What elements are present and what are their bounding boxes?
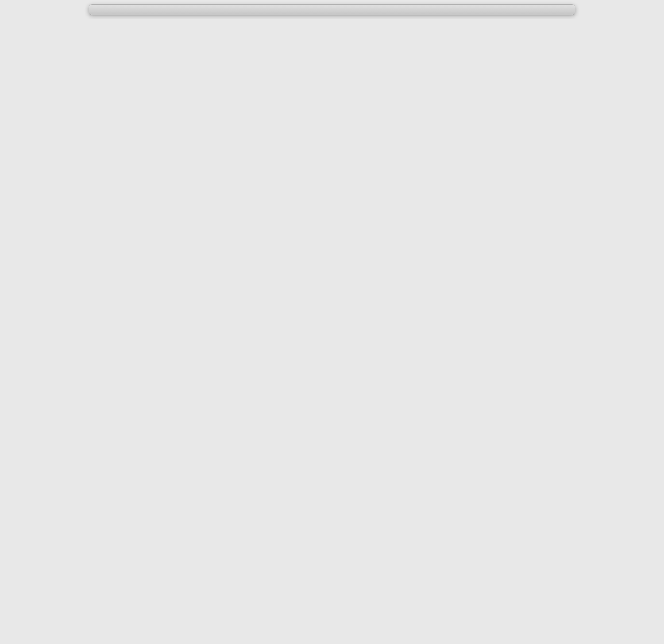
app-window (89, 4, 575, 15)
categories-grid (89, 14, 575, 15)
title-bar (89, 5, 575, 14)
